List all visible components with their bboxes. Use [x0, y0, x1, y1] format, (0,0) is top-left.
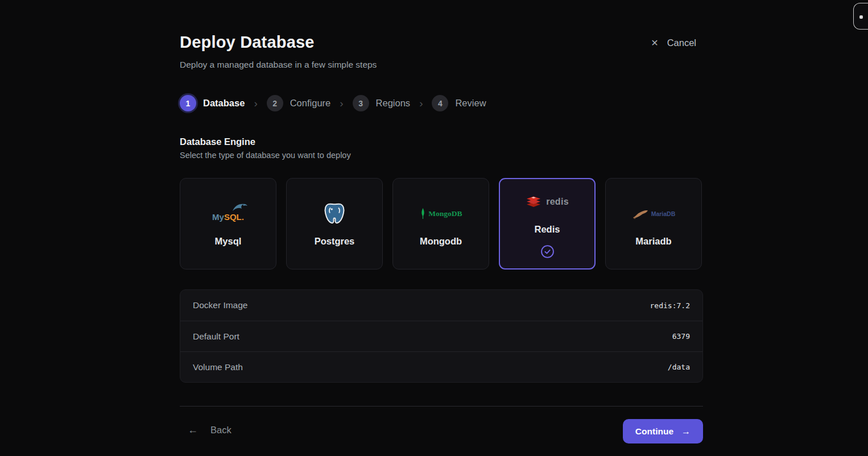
- engine-card-mysql[interactable]: MySQL. Mysql: [180, 178, 276, 270]
- detail-row-default-port: Default Port 6379: [180, 321, 702, 351]
- back-button[interactable]: ← Back: [188, 424, 232, 436]
- detail-label: Default Port: [193, 331, 239, 342]
- detail-value: redis:7.2: [650, 301, 690, 310]
- back-label: Back: [210, 425, 232, 436]
- engine-card-label: Redis: [535, 224, 560, 235]
- engine-card-label: Mariadb: [635, 236, 671, 247]
- mysql-logo-text-my: My: [212, 212, 224, 222]
- stepper: 1 Database › 2 Configure › 3 Regions › 4…: [180, 95, 486, 111]
- step-number-badge: 2: [267, 95, 283, 111]
- arrow-left-icon: ←: [188, 424, 198, 436]
- engine-card-label: Mysql: [215, 236, 242, 247]
- engine-card-mongodb[interactable]: MongoDB Mongodb: [392, 178, 489, 270]
- section-title: Database Engine: [180, 136, 255, 147]
- postgres-elephant-icon: [322, 201, 347, 226]
- step-regions[interactable]: 3 Regions: [353, 95, 411, 111]
- page-subtitle: Deploy a managed database in a few simpl…: [180, 60, 377, 70]
- engine-card-grid: MySQL. Mysql Postgres: [180, 178, 702, 270]
- cancel-label[interactable]: Cancel: [667, 38, 696, 48]
- wizard-content: Deploy Database Deploy a managed databas…: [180, 0, 703, 456]
- engine-card-label: Postgres: [315, 236, 355, 247]
- footer-divider: [180, 406, 703, 407]
- postgres-logo: [322, 201, 347, 226]
- step-label: Review: [455, 98, 486, 109]
- detail-label: Volume Path: [193, 362, 243, 372]
- engine-card-mariadb[interactable]: MariaDB Mariadb: [605, 178, 702, 270]
- continue-button[interactable]: Continue →: [623, 419, 703, 443]
- engine-card-postgres[interactable]: Postgres: [286, 178, 383, 270]
- step-label: Configure: [290, 98, 331, 109]
- step-number-badge: 3: [353, 95, 369, 111]
- page-title: Deploy Database: [180, 33, 315, 52]
- mongodb-logo: MongoDB: [419, 201, 462, 226]
- mongodb-logo-text: MongoDB: [428, 209, 462, 218]
- step-number-badge: 4: [432, 95, 448, 111]
- engine-card-redis[interactable]: redis Redis: [499, 178, 596, 270]
- chevron-right-icon: ›: [340, 97, 343, 110]
- detail-label: Docker Image: [193, 300, 247, 310]
- step-number-badge: 1: [180, 95, 196, 111]
- step-label: Database: [203, 98, 245, 109]
- mysql-dolphin-icon: [230, 202, 249, 213]
- step-label: Regions: [376, 98, 411, 109]
- redis-stack-icon: [526, 195, 542, 209]
- chevron-right-icon: ›: [254, 97, 257, 110]
- cursor-dot-icon: [859, 15, 863, 19]
- cancel-button[interactable]: ✕ Cancel: [651, 38, 696, 48]
- engine-details-list: Docker Image redis:7.2 Default Port 6379…: [180, 289, 703, 383]
- detail-row-docker-image: Docker Image redis:7.2: [180, 290, 702, 321]
- continue-label: Continue: [635, 426, 673, 437]
- detail-value: 6379: [672, 332, 690, 341]
- redis-logo-text: redis: [546, 197, 569, 207]
- redis-logo: redis: [526, 189, 569, 214]
- mysql-logo-text-sql: SQL.: [224, 212, 244, 222]
- chevron-right-icon: ›: [419, 97, 423, 110]
- deploy-database-wizard: Deploy Database Deploy a managed databas…: [0, 0, 868, 456]
- mongodb-leaf-icon: [419, 208, 427, 220]
- mariadb-seal-icon: [632, 208, 649, 219]
- detail-row-volume-path: Volume Path /data: [180, 351, 702, 382]
- mariadb-logo-text: MariaDB: [651, 210, 676, 217]
- mariadb-logo: MariaDB: [632, 201, 676, 226]
- detail-value: /data: [668, 363, 690, 371]
- close-icon[interactable]: ✕: [651, 38, 658, 48]
- step-database[interactable]: 1 Database: [180, 95, 245, 111]
- arrow-right-icon: →: [681, 426, 691, 437]
- section-subtitle: Select the type of database you want to …: [180, 151, 351, 160]
- step-review[interactable]: 4 Review: [432, 95, 486, 111]
- edge-floating-button[interactable]: [853, 3, 868, 30]
- step-configure[interactable]: 2 Configure: [267, 95, 331, 111]
- engine-card-label: Mongodb: [420, 236, 462, 247]
- mysql-logo: MySQL.: [212, 201, 244, 226]
- check-circle-icon: [540, 244, 555, 259]
